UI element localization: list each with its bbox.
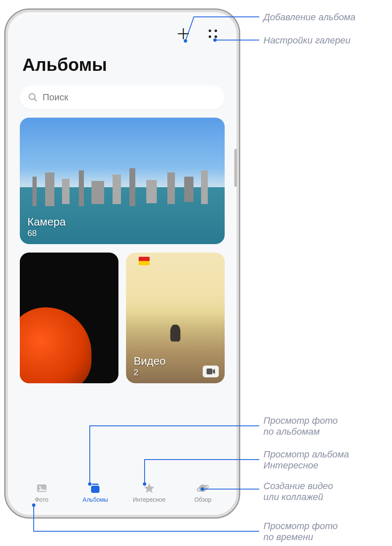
album-name: Все фото xyxy=(27,355,75,368)
photos-icon xyxy=(35,482,48,495)
svg-rect-11 xyxy=(92,484,99,485)
callout-settings: Настройки галереи xyxy=(263,35,351,46)
album-camera[interactable]: Камера 68 xyxy=(20,118,225,244)
album-name: Видео xyxy=(134,355,166,368)
add-album-button[interactable] xyxy=(175,25,192,42)
nav-label: Интересное xyxy=(133,496,166,503)
svg-point-3 xyxy=(215,30,217,32)
svg-rect-8 xyxy=(207,368,212,374)
nav-label: Альбомы xyxy=(83,496,108,503)
album-all-photos[interactable]: Все фото 84 xyxy=(20,253,118,383)
phone-frame: Альбомы Камера 68 Все фото 84 xyxy=(4,8,240,519)
svg-point-2 xyxy=(209,30,211,32)
album-count: 84 xyxy=(27,368,75,377)
nav-highlights[interactable]: Интересное xyxy=(122,482,176,503)
nav-discover[interactable]: Обзор xyxy=(176,482,230,503)
nav-photos[interactable]: Фото xyxy=(15,482,69,503)
star-icon xyxy=(143,482,156,495)
video-badge xyxy=(203,366,219,377)
album-row: Все фото 84 Видео 2 xyxy=(20,253,225,383)
planet-icon xyxy=(196,482,209,495)
callout-create: Создание видео или коллажей xyxy=(263,481,333,503)
svg-point-10 xyxy=(39,486,41,488)
side-button xyxy=(234,149,237,187)
callout-by-albums: Просмотр фото по альбомам xyxy=(263,415,338,438)
more-button[interactable] xyxy=(204,25,221,42)
svg-rect-12 xyxy=(91,486,99,493)
bottom-nav: Фото Альбомы Интересное xyxy=(11,476,234,512)
top-actions xyxy=(11,15,234,46)
video-icon xyxy=(206,368,215,375)
album-count: 2 xyxy=(134,368,166,377)
svg-point-4 xyxy=(209,35,211,38)
callout-highlights: Просмотр альбома Интересное xyxy=(263,449,349,471)
album-label: Видео 2 xyxy=(134,355,166,377)
nav-label: Обзор xyxy=(194,496,211,503)
album-label: Камера 68 xyxy=(27,215,66,238)
page-title: Альбомы xyxy=(11,46,234,81)
flag-decoration xyxy=(139,257,150,265)
album-label: Все фото 84 xyxy=(27,355,75,377)
nav-albums[interactable]: Альбомы xyxy=(69,482,123,503)
svg-point-5 xyxy=(215,35,217,38)
four-dots-icon xyxy=(207,27,219,40)
search-icon xyxy=(28,93,38,102)
nav-label: Фото xyxy=(35,496,48,503)
album-count: 68 xyxy=(27,229,66,238)
search-bar[interactable] xyxy=(20,86,225,109)
albums-icon xyxy=(89,482,102,495)
album-name: Камера xyxy=(27,215,66,229)
svg-line-7 xyxy=(34,99,37,101)
svg-point-6 xyxy=(29,94,35,100)
search-input[interactable] xyxy=(43,92,216,103)
screen: Альбомы Камера 68 Все фото 84 xyxy=(11,15,234,512)
albums-grid: Камера 68 Все фото 84 Видео 2 xyxy=(11,118,234,383)
callout-add-album: Добавление альбома xyxy=(263,12,355,23)
plus-icon xyxy=(176,27,191,41)
album-videos[interactable]: Видео 2 xyxy=(126,253,225,383)
callout-by-time: Просмотр фото по времени xyxy=(263,521,338,543)
